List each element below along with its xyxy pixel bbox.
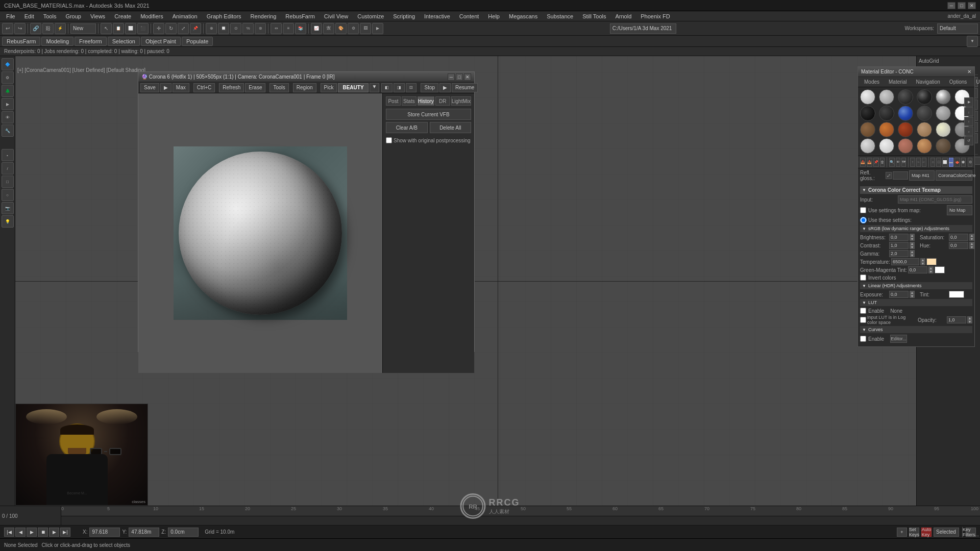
angle-snap-button[interactable]: ⊙	[230, 23, 241, 34]
render-min-btn[interactable]: ─	[448, 73, 455, 81]
menu-help[interactable]: Help	[484, 12, 504, 20]
saturation-input[interactable]	[949, 234, 968, 241]
line-btn[interactable]: /	[2, 162, 14, 174]
met-back[interactable]: ←	[922, 158, 926, 167]
brightness-input[interactable]	[889, 234, 909, 241]
sphere-btn[interactable]: ○	[2, 189, 14, 201]
undo-button[interactable]: ↩	[2, 23, 13, 34]
get-material-btn[interactable]: ↓	[964, 107, 973, 116]
render-close-btn[interactable]: ✕	[464, 73, 471, 81]
gm-tint-input[interactable]	[908, 266, 927, 273]
modeling-btn[interactable]: Modeling	[41, 37, 74, 46]
select-link-button[interactable]: 🔗	[30, 23, 41, 34]
mat-sphere-9[interactable]	[917, 106, 932, 121]
put-material-btn[interactable]: ↑	[964, 117, 973, 126]
stop-btn[interactable]: Stop	[421, 83, 438, 92]
mat-sphere-0[interactable]	[860, 89, 875, 105]
erase-btn[interactable]: Erase	[245, 83, 265, 92]
render-canvas[interactable]	[138, 93, 382, 373]
mat-sphere-21[interactable]	[917, 138, 932, 154]
selection-btn[interactable]: Selection	[108, 37, 140, 46]
point-btn[interactable]: •	[2, 149, 14, 161]
render-setup-button[interactable]: ⚙	[348, 23, 359, 34]
rotate-button[interactable]: ↻	[165, 23, 177, 34]
material-editor-close[interactable]: ✕	[967, 69, 971, 74]
menu-views[interactable]: Views	[86, 12, 109, 20]
prev-frame-btn[interactable]: ◀	[15, 528, 26, 537]
freeform-btn[interactable]: Freeform	[75, 37, 107, 46]
menu-create[interactable]: Create	[110, 12, 135, 20]
gm-tint-swatch[interactable]	[935, 266, 945, 273]
mat-tab-utilities[interactable]: Utilities	[972, 78, 980, 86]
next-frame-btn[interactable]: ▶	[49, 528, 59, 537]
menu-arnold[interactable]: Arnold	[611, 12, 635, 20]
map-name-dropdown[interactable]: CoronaColorCorre	[936, 170, 972, 181]
render-button[interactable]: ▶	[372, 23, 383, 34]
prev-key-btn[interactable]: |◀	[4, 528, 14, 537]
menu-rendering[interactable]: Rendering	[247, 12, 281, 20]
expand-btn[interactable]: ▼	[967, 36, 978, 47]
temperature-spin[interactable]: ▲▼	[920, 258, 925, 265]
render-window[interactable]: 🔮 Corona 6 (Hotfix 1) | 505×505px (1:1) …	[138, 71, 475, 352]
filter-dropdown[interactable]: New	[70, 23, 96, 34]
modify-btn[interactable]: ⚙	[2, 71, 14, 84]
mat-sphere-10[interactable]	[936, 106, 951, 121]
region-btn[interactable]: Region	[293, 83, 316, 92]
hue-input[interactable]	[949, 242, 968, 249]
box-btn[interactable]: □	[2, 176, 14, 188]
timeline-track[interactable]	[61, 516, 980, 525]
menu-rebusfarm[interactable]: RebusFarm	[281, 12, 318, 20]
mat-tab-navigation[interactable]: Navigation	[912, 78, 944, 86]
mat-sphere-18[interactable]	[860, 138, 875, 154]
close-button[interactable]: ✕	[968, 2, 976, 9]
set-keys-btn[interactable]: Set Keys	[909, 528, 919, 537]
lut-log-checkbox[interactable]	[860, 317, 866, 323]
unlink-button[interactable]: ⛓	[42, 23, 54, 34]
viewport-area[interactable]: [+] [CoronaCamera001] [User Defined] [De…	[15, 56, 980, 506]
met-teapot-mode[interactable]: 🫖	[954, 158, 960, 167]
met-sphere-mode[interactable]: ○	[930, 158, 935, 167]
selected-dropdown[interactable]: Selected	[934, 528, 959, 537]
brightness-spin[interactable]: ▲▼	[910, 234, 915, 241]
rect-select-button[interactable]: ⬜	[125, 23, 136, 34]
menu-group[interactable]: Group	[61, 12, 85, 20]
met-custom-mode[interactable]: ⬟	[961, 158, 966, 167]
curve-editor-button[interactable]: 📈	[311, 23, 322, 34]
snaps-button[interactable]: 🔲	[218, 23, 229, 34]
hue-spin[interactable]: ▲▼	[969, 242, 974, 249]
mat-sphere-15[interactable]	[917, 122, 932, 137]
history-tab[interactable]: History	[418, 96, 434, 106]
mat-tab-options[interactable]: Options	[945, 78, 971, 86]
x-input[interactable]	[89, 528, 120, 537]
temperature-input[interactable]	[891, 258, 919, 265]
rebusfarm-btn[interactable]: RebusFarm	[2, 37, 40, 46]
map-dropdown[interactable]: Map #41	[909, 170, 935, 181]
play-btn[interactable]: ▶	[27, 528, 37, 537]
menu-edit[interactable]: Edit	[20, 12, 38, 20]
percent-snap-button[interactable]: %	[242, 23, 254, 34]
store-vfb-button[interactable]: Store Current VFB	[386, 109, 471, 120]
curves-enable-checkbox[interactable]	[860, 336, 866, 342]
hierarchy-btn[interactable]: 🌲	[2, 85, 14, 97]
refl-dropper[interactable]: 🖍	[886, 172, 892, 179]
populate-btn[interactable]: Populate	[182, 37, 213, 46]
invert-checkbox[interactable]	[860, 274, 866, 281]
contrast-input[interactable]	[889, 242, 909, 249]
display-btn[interactable]: 👁	[2, 111, 14, 123]
met-get-from-scene[interactable]: 📤	[860, 158, 866, 167]
saturation-spin[interactable]: ▲▼	[969, 234, 974, 241]
mat-sphere-1[interactable]	[879, 89, 894, 105]
utilities-btn[interactable]: 🔧	[2, 124, 14, 137]
path-dropdown[interactable]: C:/Users/1/A 3d Max 2021	[610, 23, 676, 34]
mat-sphere-16[interactable]	[936, 122, 951, 137]
tint-swatch[interactable]	[949, 291, 964, 298]
menu-scripting[interactable]: Scripting	[389, 12, 419, 20]
max-btn[interactable]: Max	[173, 83, 189, 92]
mat-sphere-13[interactable]	[879, 122, 894, 137]
next-key-btn[interactable]: ▶|	[60, 528, 70, 537]
resume-btn[interactable]: ▶	[439, 83, 451, 92]
mat-sphere-4[interactable]	[936, 89, 951, 105]
menu-interactive[interactable]: Interactive	[420, 12, 454, 20]
menu-phoenix-fd[interactable]: Phoenix FD	[636, 12, 674, 20]
mat-sphere-22[interactable]	[936, 138, 951, 154]
